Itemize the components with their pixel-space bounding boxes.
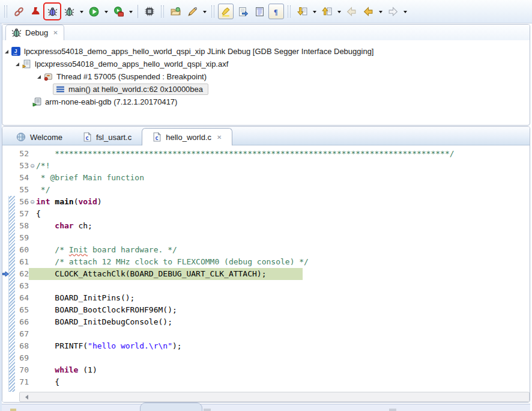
minimized-view-tab[interactable] — [140, 403, 202, 411]
run-config-button[interactable] — [110, 4, 126, 19]
outline-button[interactable] — [252, 4, 267, 19]
dropdown-caret-icon[interactable] — [401, 4, 409, 19]
scroll-left-icon[interactable] — [23, 395, 28, 400]
toolbar-drag-handle[interactable] — [211, 5, 214, 17]
annotation-ruler[interactable] — [2, 292, 8, 304]
annotation-ruler[interactable] — [2, 280, 8, 292]
code-line[interactable]: 61 /* attach 12 MHz clock to FLEXCOMM0 (… — [2, 256, 530, 268]
link-button[interactable] — [11, 4, 26, 19]
annotation-ruler[interactable] — [2, 304, 8, 316]
run-button[interactable] — [86, 4, 101, 19]
code-line[interactable]: 53⊖/*! — [2, 160, 530, 172]
prev-annotation-button[interactable] — [319, 4, 334, 19]
annotation-ruler[interactable] — [2, 172, 8, 184]
horizontal-scrollbar[interactable] — [19, 392, 530, 402]
tree-row[interactable]: main() at hello_world.c:62 0x10000bea — [2, 83, 530, 96]
tree-expander-icon[interactable] — [5, 50, 8, 53]
annotation-ruler[interactable] — [2, 364, 8, 376]
code-line[interactable]: 69 — [2, 352, 530, 364]
close-icon[interactable]: ✕ — [53, 29, 58, 36]
marker-button[interactable] — [184, 4, 200, 19]
dropdown-caret-icon[interactable] — [201, 4, 208, 19]
toolbar-drag-handle[interactable] — [161, 5, 164, 17]
editor-tab-label: hello_world.c — [166, 133, 211, 142]
code-line[interactable]: 56⊖int main(void) — [2, 196, 530, 208]
annotation-ruler[interactable] — [2, 244, 8, 256]
annotation-ruler[interactable] — [2, 208, 8, 220]
annotation-ruler[interactable] — [2, 328, 8, 340]
annotation-ruler[interactable] — [2, 316, 8, 328]
open-resource-button[interactable] — [168, 4, 183, 19]
tree-row[interactable]: lpcxpresso54018_demo_apps_hello_world_qs… — [2, 58, 530, 70]
code-line[interactable]: 62 CLOCK_AttachClk(BOARD_DEBUG_UART_CLK_… — [2, 268, 530, 280]
code-editor[interactable]: 52 *************************************… — [2, 145, 530, 392]
code-line[interactable]: 59 — [2, 232, 530, 244]
dropdown-caret-icon[interactable] — [102, 4, 110, 19]
code-line[interactable]: 60 /* Init board hardware. */ — [2, 244, 530, 256]
annotation-ruler[interactable] — [2, 184, 8, 196]
dropdown-caret-icon[interactable] — [127, 4, 135, 19]
fold-collapse-icon[interactable]: ⊖ — [29, 196, 36, 208]
annotation-ruler[interactable] — [2, 268, 8, 280]
tree-expander-icon[interactable] — [16, 62, 19, 66]
code-line[interactable]: 58 char ch; — [2, 220, 530, 232]
code-line[interactable]: 52 *************************************… — [2, 148, 530, 160]
code-line[interactable]: 63 — [2, 280, 530, 292]
tree-row[interactable]: JLinklpcxpresso54018_demo_apps_hello_wor… — [2, 45, 530, 58]
dropdown-caret-icon[interactable] — [376, 4, 384, 19]
code-line[interactable]: 71 { — [2, 376, 530, 388]
line-number: 57 — [14, 208, 29, 220]
annotation-ruler[interactable] — [2, 256, 8, 268]
code-line[interactable]: 66 BOARD_InitDebugConsole(); — [2, 316, 530, 328]
code-line[interactable]: 54 * @brief Main function — [2, 172, 530, 184]
toolbar-drag-handle[interactable] — [288, 5, 291, 17]
line-number: 68 — [14, 340, 29, 352]
tree-expander-icon[interactable] — [37, 75, 41, 79]
svg-text:¶: ¶ — [274, 8, 277, 16]
tree-row[interactable]: arm-none-eabi-gdb (7.12.1.20170417) — [2, 96, 530, 108]
pilcrow-button[interactable]: ¶ — [268, 4, 284, 19]
annotation-ruler[interactable] — [2, 148, 8, 160]
annotation-ruler[interactable] — [2, 220, 8, 232]
debug-alt-button[interactable] — [61, 4, 77, 19]
redboot-button[interactable] — [28, 4, 43, 19]
code-line[interactable]: 57{ — [2, 208, 530, 220]
tree-row-label: lpcxpresso54018_demo_apps_hello_world_qs… — [35, 59, 228, 68]
close-icon[interactable]: ✕ — [217, 134, 222, 141]
line-number: 55 — [14, 184, 29, 196]
editor-tab-hello_world-c[interactable]: chello_world.c✕ — [142, 128, 232, 145]
code-line[interactable]: 55 */ — [2, 184, 530, 196]
tree-row-label: Thread #1 57005 (Suspended : Breakpoint) — [56, 72, 207, 81]
dropdown-caret-icon[interactable] — [77, 4, 85, 19]
debug-view-tab[interactable]: Debug ✕ — [5, 25, 64, 40]
toolbar-drag-handle[interactable] — [4, 5, 7, 17]
code-line[interactable]: 70 while (1) — [2, 364, 530, 376]
last-edit-button[interactable] — [343, 4, 359, 19]
code-line[interactable]: 65 BOARD_BootClockFROHF96M(); — [2, 304, 530, 316]
highlighter-button[interactable] — [218, 4, 234, 19]
tree-row[interactable]: Thread #1 57005 (Suspended : Breakpoint) — [2, 70, 530, 83]
annotation-ruler[interactable] — [2, 376, 8, 388]
chip-button[interactable] — [142, 4, 157, 19]
annotation-ruler[interactable] — [2, 196, 8, 208]
annotation-ruler[interactable] — [2, 352, 8, 364]
next-annotation-button[interactable] — [294, 4, 310, 19]
editor-tab-Welcome[interactable]: Welcome — [6, 129, 73, 145]
line-number: 53 — [14, 160, 29, 172]
debug-button[interactable] — [44, 4, 60, 19]
annotation-ruler[interactable] — [2, 160, 8, 172]
editor-tab-fsl_usart-c[interactable]: cfsl_usart.c — [73, 129, 142, 145]
forward-button[interactable] — [385, 4, 401, 19]
code-line[interactable]: 68 PRINTF("hello world.\r\n"); — [2, 340, 530, 352]
back-button[interactable] — [360, 4, 376, 19]
selected-stack-frame[interactable]: main() at hello_world.c:62 0x10000bea — [53, 84, 208, 95]
code-line[interactable]: 67 — [2, 328, 530, 340]
fold-collapse-icon[interactable]: ⊖ — [29, 160, 36, 172]
annotation-ruler[interactable] — [2, 232, 8, 244]
dropdown-caret-icon[interactable] — [310, 4, 318, 19]
stackframe-icon — [56, 85, 65, 94]
annotation-ruler[interactable] — [2, 340, 8, 352]
link-editor-button[interactable] — [235, 4, 250, 19]
code-line[interactable]: 64 BOARD_InitPins(); — [2, 292, 530, 304]
dropdown-caret-icon[interactable] — [335, 4, 343, 19]
